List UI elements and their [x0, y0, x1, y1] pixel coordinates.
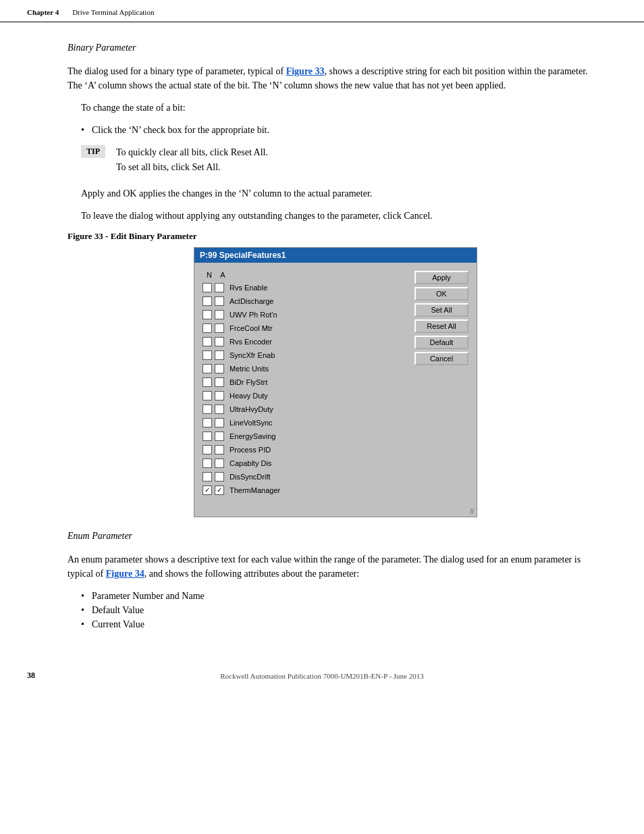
- tip-block: TIP To quickly clear all bits, click Res…: [81, 145, 603, 176]
- page-footer: 38 Rockwell Automation Publication 7000-…: [0, 667, 644, 685]
- chapter-label: Chapter 4: [27, 8, 59, 16]
- cb-a-uwv[interactable]: [215, 310, 224, 319]
- chapter-title: Drive Terminal Application: [72, 8, 154, 16]
- enum-bullet-1: Parameter Number and Name: [81, 589, 603, 603]
- footer-publication: Rockwell Automation Publication 7000-UM2…: [220, 672, 423, 680]
- row-ultrahvy: UltraHvyDuty: [203, 403, 409, 415]
- cb-n-rvs-encoder[interactable]: [203, 337, 212, 346]
- row-capablty: Capablty Dis: [203, 457, 409, 469]
- enum-intro-text: An enum parameter shows a descriptive te…: [68, 552, 603, 581]
- binary-intro-text: The dialog used for a binary type of par…: [68, 64, 603, 93]
- cb-n-ultrahvy[interactable]: [203, 405, 212, 414]
- row-thermmanager: ThermManager: [203, 484, 409, 496]
- cb-a-rvs-enable[interactable]: [215, 283, 224, 292]
- dialog-body: N A Rvs Enable ActDischarge: [194, 263, 477, 506]
- cb-a-dissyncdrift[interactable]: [215, 472, 224, 481]
- tip-label: TIP: [81, 145, 105, 158]
- tip-line1: To quickly clear all bits, click Reset A…: [116, 145, 268, 160]
- page-header: Chapter 4 Drive Terminal Application: [0, 0, 644, 22]
- figure33-label: Figure 33 - Edit Binary Parameter: [68, 231, 603, 242]
- cb-a-bidr[interactable]: [215, 377, 224, 387]
- cb-n-syncxfr[interactable]: [203, 350, 212, 360]
- cb-n-process-pid[interactable]: [203, 445, 212, 454]
- label-thermmanager: ThermManager: [230, 486, 280, 494]
- cb-n-metric-units[interactable]: [203, 364, 212, 373]
- row-dissyncdrift: DisSyncDrift: [203, 471, 409, 483]
- label-syncxfr: SyncXfr Enab: [230, 351, 275, 359]
- row-rvs-enable: Rvs Enable: [203, 282, 409, 294]
- cb-n-linevolt[interactable]: [203, 418, 212, 427]
- label-ultrahvy: UltraHvyDuty: [230, 405, 273, 413]
- binary-param-title: Binary Parameter: [68, 43, 603, 53]
- cb-a-thermmanager[interactable]: [215, 486, 224, 495]
- label-actdischarge: ActDischarge: [230, 297, 273, 305]
- col-a-header: A: [217, 271, 228, 279]
- set-all-button[interactable]: Set All: [414, 303, 468, 317]
- cb-n-dissyncdrift[interactable]: [203, 472, 212, 481]
- cb-a-syncxfr[interactable]: [215, 350, 224, 360]
- cb-n-bidr[interactable]: [203, 377, 212, 387]
- col-headers: N A: [203, 271, 409, 279]
- row-process-pid: Process PID: [203, 444, 409, 456]
- dialog-titlebar: P:99 SpecialFeatures1: [194, 248, 477, 263]
- cb-a-rvs-encoder[interactable]: [215, 337, 224, 346]
- row-metric-units: Metric Units: [203, 363, 409, 375]
- figure33-link[interactable]: Figure 33: [286, 66, 325, 76]
- row-frcecool: FrceCool Mtr: [203, 322, 409, 334]
- cb-n-heavy-duty[interactable]: [203, 391, 212, 400]
- row-bidr: BiDr FlyStrt: [203, 376, 409, 388]
- tip-line2: To set all bits, click Set All.: [116, 160, 268, 175]
- label-uwv: UWV Ph Rot'n: [230, 311, 277, 319]
- cb-n-uwv[interactable]: [203, 310, 212, 319]
- col-n-header: N: [204, 271, 215, 279]
- cb-n-thermmanager[interactable]: [203, 486, 212, 495]
- label-linevolt: LineVoltSync: [230, 419, 273, 427]
- figure34-link[interactable]: Figure 34: [106, 569, 144, 579]
- main-content: Binary Parameter The dialog used for a b…: [0, 22, 644, 653]
- cb-a-heavy-duty[interactable]: [215, 391, 224, 400]
- cb-a-process-pid[interactable]: [215, 445, 224, 454]
- page-number: 38: [27, 671, 35, 681]
- cb-n-energysaving[interactable]: [203, 432, 212, 441]
- enum-param-title: Enum Parameter: [68, 531, 603, 542]
- cb-a-frcecool[interactable]: [215, 323, 224, 333]
- label-heavy-duty: Heavy Duty: [230, 392, 268, 400]
- default-button[interactable]: Default: [414, 336, 468, 349]
- cb-a-metric-units[interactable]: [215, 364, 224, 373]
- row-actdischarge: ActDischarge: [203, 295, 409, 307]
- cb-n-actdischarge[interactable]: [203, 296, 212, 306]
- cb-n-capablty[interactable]: [203, 459, 212, 468]
- label-rvs-encoder: Rvs Encoder: [230, 338, 272, 346]
- tip-content: To quickly clear all bits, click Reset A…: [116, 145, 268, 176]
- cancel-button[interactable]: Cancel: [414, 352, 468, 365]
- cb-a-actdischarge[interactable]: [215, 296, 224, 306]
- row-heavy-duty: Heavy Duty: [203, 390, 409, 402]
- label-capablty: Capablty Dis: [230, 459, 271, 467]
- label-process-pid: Process PID: [230, 446, 271, 454]
- cb-a-ultrahvy[interactable]: [215, 405, 224, 414]
- cb-a-capablty[interactable]: [215, 459, 224, 468]
- cb-a-energysaving[interactable]: [215, 432, 224, 441]
- reset-all-button[interactable]: Reset All: [414, 319, 468, 333]
- dialog-buttons: Apply OK Set All Reset All Default Cance…: [414, 271, 468, 498]
- bullet-click-n: Click the ‘N’ check box for the appropri…: [81, 123, 603, 137]
- resize-handle: //: [194, 506, 477, 517]
- row-uwv: UWV Ph Rot'n: [203, 309, 409, 321]
- cb-n-rvs-enable[interactable]: [203, 283, 212, 292]
- apply-text: Apply and OK applies the changes in the …: [81, 186, 603, 201]
- ok-button[interactable]: OK: [414, 287, 468, 301]
- label-bidr: BiDr FlyStrt: [230, 378, 267, 386]
- cb-a-linevolt[interactable]: [215, 418, 224, 427]
- enum-bullet-2: Default Value: [81, 603, 603, 617]
- apply-button[interactable]: Apply: [414, 271, 468, 284]
- label-frcecool: FrceCool Mtr: [230, 324, 273, 332]
- row-syncxfr: SyncXfr Enab: [203, 349, 409, 361]
- change-bit-bullets: Click the ‘N’ check box for the appropri…: [81, 123, 603, 137]
- change-bit-text: To change the state of a bit:: [81, 101, 603, 115]
- dialog-wrapper: P:99 SpecialFeatures1 N A Rvs Enable: [68, 247, 603, 517]
- row-energysaving: EnergySaving: [203, 430, 409, 442]
- enum-bullet-3: Current Value: [81, 617, 603, 631]
- dialog-left: N A Rvs Enable ActDischarge: [203, 271, 409, 498]
- cb-n-frcecool[interactable]: [203, 323, 212, 333]
- label-rvs-enable: Rvs Enable: [230, 284, 267, 292]
